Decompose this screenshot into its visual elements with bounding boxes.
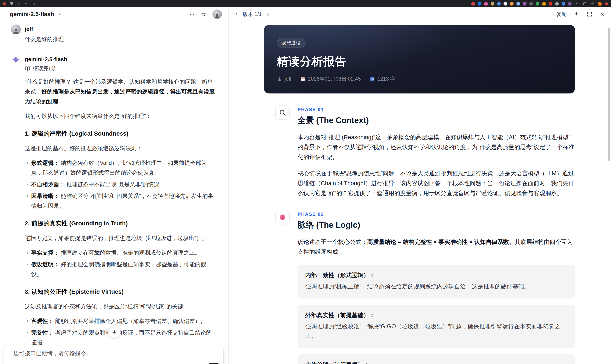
chat-paragraph: “什么是好的推理？”这是一个涉及逻辑学、认知科学和哲学核心的问题。简单来说，好的… [25,77,216,106]
svg-text:123: 123 [371,78,374,80]
search-icon [275,105,290,120]
author-icon [277,76,282,82]
chat-heading: 1. 逻辑的严密性 (Logical Soundness) [25,129,216,139]
user-avatar[interactable] [213,10,222,19]
extension-icon[interactable] [504,2,507,6]
phase-body: PHASE 01全景 (The Context)本内容是对“推理 (Reason… [298,105,575,198]
window-icon[interactable] [583,2,587,6]
model-title[interactable]: gemini-2.5-flash [10,11,54,18]
fullscreen-icon[interactable] [586,11,593,17]
previous-version-button[interactable] [234,12,239,17]
voice-input-button[interactable] [208,363,220,364]
bullet-item: 假设透明： 好的推理会明确指明哪些是已知事实，哪些是基于可能的假设。 [25,259,216,279]
extension-icon[interactable] [478,2,481,6]
settings-icon[interactable] [590,2,594,6]
bullet-label: 完备性： [31,329,53,336]
report-word-count: 1213 字 [377,75,395,82]
extension-icon[interactable] [510,2,514,6]
phase-paragraph: 本内容是对“推理 (Reasoning)”这一抽象概念的高层建模。在知识爆炸与人… [298,132,575,162]
extension-icon[interactable] [555,2,559,6]
user-avatar [11,25,21,34]
phase-section: PHASE 02脉络 (The Logic)该论述基于一个核心公式：高质量结论 … [275,210,575,364]
alert-icon[interactable] [605,2,608,5]
extension-icon[interactable] [542,2,546,6]
card-title: 内部一致性（形式逻辑）： [305,271,567,279]
record-icon[interactable] [3,2,6,5]
chat-paragraph: 逻辑再完美，如果前提是错误的，推理也是垃圾（即“垃圾进，垃圾出”）。 [25,233,216,243]
bullet-item: 事实支撑： 推理建立在可靠的数据、准确的观测或公认的真理之上。 [25,248,216,258]
forward-icon[interactable] [32,2,36,6]
assistant-name: gemini-2.5-flash [25,56,216,63]
bullet-item: 形式逻辑： 结构必须有效（Valid）。比如演绎推理中，如果前提全部为真，那么通… [25,158,216,178]
bullet-item: 不自相矛盾： 推理链条中不能出现“既是又非”的情况。 [25,179,216,189]
report-hero-card: 思维过程 精读分析报告 jeff 2026年01月08日 02:45 12312… [264,25,575,93]
person-icon [13,27,19,34]
arrow-down-icon [111,329,117,335]
close-icon[interactable] [599,11,605,17]
artifact-toolbar: 版本 1/1 复制 [228,7,611,21]
chat-paragraph: 我们可以从以下四个维度来衡量什么是“好的推理”： [25,111,216,121]
settings-sliders-icon[interactable] [201,11,206,17]
extension-icon[interactable] [568,2,572,6]
card-body: 强调推理的“经验校准”。解决“GIGO（垃圾进，垃圾出）”问题，确保推理引擎运行… [305,322,567,341]
next-version-button[interactable] [265,12,270,17]
new-chat-button[interactable] [65,12,70,17]
report-date: 2026年01月08日 02:45 [308,75,361,82]
scrollbar-thumb[interactable] [608,28,610,161]
chevron-down-icon[interactable] [57,12,62,16]
person-icon [214,12,221,19]
info-card: 内部一致性（形式逻辑）：强调推理的“机械正确”。结论必须在给定的规则系统内逻辑自… [298,265,575,299]
assistant-message-body: “什么是好的推理？”这是一个涉及逻辑学、认知科学和哲学核心的问题。简单来说，好的… [25,77,216,364]
bullet-list: 事实支撑： 推理建立在可靠的数据、准确的观测或公认的真理之上。假设透明： 好的推… [25,248,216,279]
chat-panel: gemini-2.5-flash jeff 什么是好的推理 gemini- [0,7,228,364]
phase-title: 脉络 (The Logic) [298,220,575,231]
bullet-label: 事实支撑： [31,249,59,256]
card-title: 外部真实性（前提基础）： [305,311,567,319]
report-author: jeff [285,76,292,82]
scroll-to-bottom-button[interactable] [108,326,120,338]
book-icon [25,66,30,71]
brain-icon [275,210,290,224]
browser-profile-avatar[interactable] [598,2,602,6]
report-document: 思维过程 精读分析报告 jeff 2026年01月08日 02:45 12312… [228,21,611,364]
dimension-cards: 内部一致性（形式逻辑）：强调推理的“机械正确”。结论必须在给定的规则系统内逻辑自… [298,265,575,364]
assistant-message: gemini-2.5-flash 精读完成! “什么是好的推理？”这是一个涉及逻… [11,55,216,364]
extension-icon[interactable] [491,2,494,6]
card-body: 强调推理的“机械正确”。结论必须在给定的规则系统内逻辑自洽，这是推理的硬件基础。 [305,282,567,291]
chat-header: gemini-2.5-flash [0,7,228,21]
extensions-row [471,2,572,6]
download-icon[interactable] [574,11,580,17]
extension-icon[interactable] [471,2,475,6]
chat-paragraph: 这是推理的基石。好的推理必须遵循逻辑法则： [25,143,216,153]
tab-overview-icon[interactable] [9,2,13,6]
bullet-label: 假设透明： [31,261,59,268]
report-sections: PHASE 01全景 (The Context)本内容是对“推理 (Reason… [264,105,575,364]
phase-body: PHASE 02脉络 (The Logic)该论述基于一个核心公式：高质量结论 … [298,210,575,364]
copy-button[interactable]: 复制 [556,11,567,18]
user-message-text: 什么是好的推理 [25,35,216,44]
downloads-icon[interactable] [575,2,579,6]
card-title: 主体伦理（认识美德）： [305,361,567,364]
extension-icon[interactable] [484,2,488,6]
extension-icon[interactable] [497,2,501,6]
extension-icon[interactable] [516,2,520,6]
gemini-logo-icon [11,55,21,65]
extension-icon[interactable] [523,2,527,6]
bullet-item: 客观性： 能够识别并尽量排除个人偏见（如幸存者偏差、确认偏差）。 [25,316,216,326]
back-icon[interactable] [24,2,28,6]
report-badge: 思维过程 [277,38,306,48]
artifact-panel: 版本 1/1 复制 思维过程 精读分析报告 jeff 2026年01月08日 0… [228,7,611,364]
menu-icon[interactable] [17,2,21,6]
phase-paragraph: 该论述基于一个核心公式：高质量结论 = 结构完整性 × 事实准确性 × 认知自律… [298,237,575,257]
extension-icon[interactable] [561,2,565,6]
chat-input[interactable]: 思维接口已就绪，请传输指令。 [4,345,224,364]
extension-icon[interactable] [529,2,533,6]
version-label: 版本 1/1 [243,11,262,18]
browser-chrome [0,0,611,7]
report-meta: jeff 2026年01月08日 02:45 1231213 字 [277,75,563,82]
more-options-icon[interactable] [189,11,195,17]
word-count-icon: 123 [369,76,375,82]
phase-paragraph: 核心情境在于解决“思考的随意性”问题。不论是人类通过批判性思维进行决策，还是大语… [298,169,575,198]
extension-icon[interactable] [536,2,539,6]
extension-icon[interactable] [549,2,552,6]
